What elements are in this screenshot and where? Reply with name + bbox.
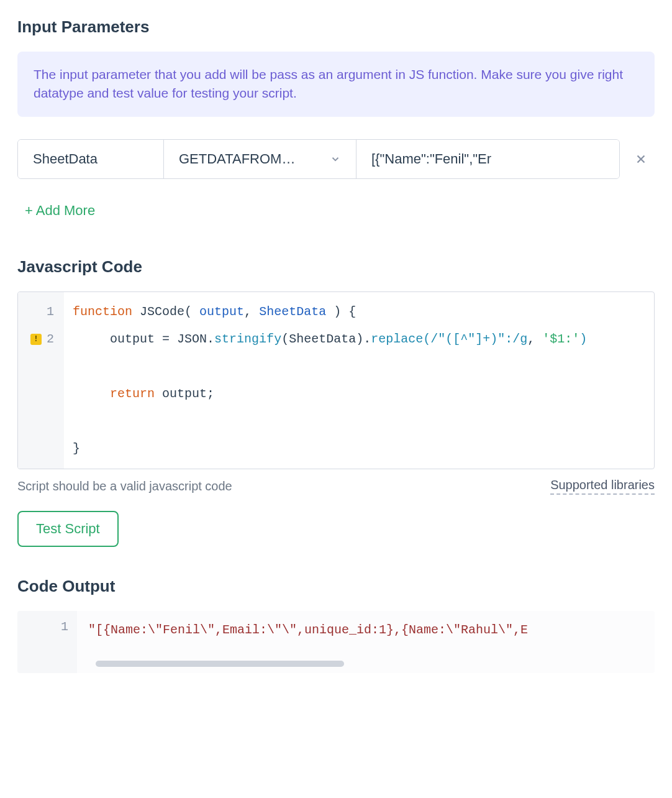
code-hint-row: Script should be a valid javascript code… xyxy=(17,478,655,495)
param-name-input[interactable]: SheetData xyxy=(18,140,164,178)
tok-paren-open: ( xyxy=(184,305,192,319)
tok-function: function xyxy=(73,305,132,319)
tok-param-output: output xyxy=(199,305,244,319)
param-delete-button[interactable] xyxy=(627,152,655,166)
param-type-select[interactable]: GETDATAFROM… xyxy=(164,140,356,178)
section-javascript-code: Javascript Code 1 2 function JSCode( out… xyxy=(17,257,655,577)
chevron-down-icon xyxy=(330,154,341,165)
param-row: SheetData GETDATAFROM… [{"Name":"Fenil",… xyxy=(17,139,655,179)
tok-json: JSON xyxy=(177,332,207,346)
input-parameters-title: Input Parameters xyxy=(17,17,655,37)
tok-dot1: . xyxy=(207,332,214,346)
param-group: SheetData GETDATAFROM… [{"Name":"Fenil",… xyxy=(17,139,620,179)
tok-call-close: ) xyxy=(356,332,363,346)
output-scrollbar[interactable] xyxy=(86,661,648,667)
code-hint: Script should be a valid javascript code xyxy=(17,479,232,493)
tok-return: return xyxy=(110,387,155,401)
tok-replace: replace xyxy=(371,332,423,346)
info-text: The input parameter that you add will be… xyxy=(34,65,638,103)
tok-rep-open: ( xyxy=(423,332,430,346)
tok-paren-close: ) xyxy=(334,305,341,319)
output-scrollbar-track xyxy=(86,661,648,667)
warning-icon xyxy=(30,334,42,345)
output-viewer: 1 "[{Name:\"Fenil\",Email:\"\",unique_id… xyxy=(17,611,655,673)
tok-ret-id: output xyxy=(162,387,207,401)
code-output-title: Code Output xyxy=(17,577,655,596)
code-editor[interactable]: 1 2 function JSCode( output, SheetData )… xyxy=(17,291,655,469)
section-code-output: Code Output 1 "[{Name:\"Fenil\",Email:\"… xyxy=(17,577,655,673)
tok-param-sheet: SheetData xyxy=(259,305,326,319)
add-more-button[interactable]: + Add More xyxy=(17,199,102,222)
javascript-code-title: Javascript Code xyxy=(17,257,655,277)
info-box: The input parameter that you add will be… xyxy=(17,52,655,117)
tok-dot2: . xyxy=(363,332,371,346)
tok-arg-sheet: SheetData xyxy=(289,332,356,346)
tok-regex: /"([^"]+)":/g xyxy=(430,332,527,346)
tok-assign-lhs: output xyxy=(110,332,155,346)
close-icon xyxy=(634,152,648,166)
tok-call-open: ( xyxy=(281,332,289,346)
tok-fn-name: JSCode xyxy=(140,305,184,319)
supported-libraries-link[interactable]: Supported libraries xyxy=(550,478,655,495)
code-gutter-line-2: 2 xyxy=(47,332,54,346)
code-gutter: 1 2 xyxy=(18,292,64,469)
param-type-value: GETDATAFROM… xyxy=(179,151,295,167)
tok-brace-open: { xyxy=(348,305,356,319)
tok-brace-close: } xyxy=(73,441,80,456)
tok-rep-comma: , xyxy=(527,332,535,346)
tok-comma: , xyxy=(244,305,252,319)
output-gutter: 1 xyxy=(17,611,77,673)
code-gutter-line-1: 1 xyxy=(47,305,54,319)
section-input-parameters: Input Parameters The input parameter tha… xyxy=(17,17,655,252)
tok-rep-close: ) xyxy=(579,332,587,346)
tok-str: '$1:' xyxy=(542,332,579,346)
code-content[interactable]: function JSCode( output, SheetData ) { o… xyxy=(64,292,654,469)
output-scrollbar-thumb[interactable] xyxy=(96,661,344,667)
test-script-button[interactable]: Test Script xyxy=(17,511,119,547)
tok-semicolon: ; xyxy=(207,387,214,401)
param-value-input[interactable]: [{"Name":"Fenil","Er xyxy=(356,140,619,178)
tok-eq: = xyxy=(162,332,170,346)
tok-stringify: stringify xyxy=(214,332,281,346)
